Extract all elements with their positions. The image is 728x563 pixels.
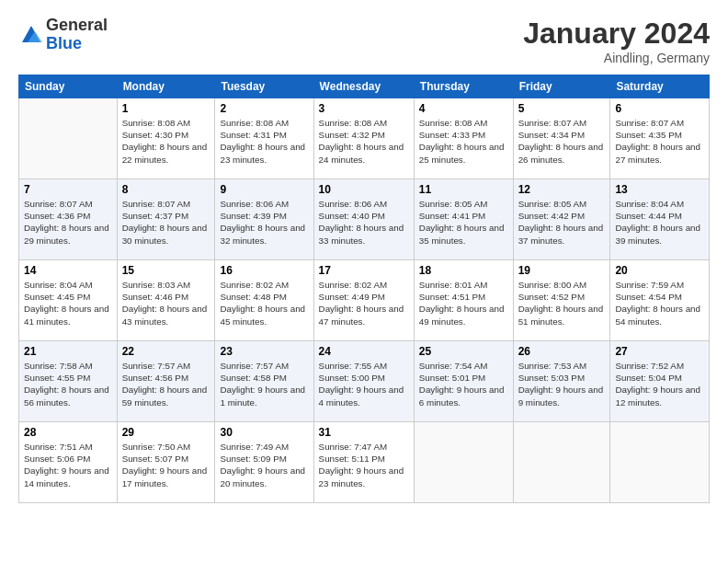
calendar-cell: 31Sunrise: 7:47 AM Sunset: 5:11 PM Dayli… xyxy=(313,422,414,503)
calendar-week-2: 7Sunrise: 8:07 AM Sunset: 4:36 PM Daylig… xyxy=(19,179,710,260)
day-number: 30 xyxy=(220,426,308,439)
day-info: Sunrise: 7:55 AM Sunset: 5:00 PM Dayligh… xyxy=(319,360,409,408)
day-number: 8 xyxy=(122,183,210,196)
day-number: 15 xyxy=(122,264,210,277)
calendar-week-3: 14Sunrise: 8:04 AM Sunset: 4:45 PM Dayli… xyxy=(19,260,710,341)
day-number: 29 xyxy=(122,426,210,439)
calendar-cell: 26Sunrise: 7:53 AM Sunset: 5:03 PM Dayli… xyxy=(513,341,610,422)
day-number: 20 xyxy=(615,264,704,277)
logo-blue: Blue xyxy=(46,34,82,52)
day-number: 14 xyxy=(24,264,112,277)
day-number: 2 xyxy=(220,102,308,115)
calendar-cell: 18Sunrise: 8:01 AM Sunset: 4:51 PM Dayli… xyxy=(414,260,513,341)
day-info: Sunrise: 8:02 AM Sunset: 4:49 PM Dayligh… xyxy=(319,279,409,327)
calendar-cell: 29Sunrise: 7:50 AM Sunset: 5:07 PM Dayli… xyxy=(117,422,215,503)
day-info: Sunrise: 7:49 AM Sunset: 5:09 PM Dayligh… xyxy=(220,441,308,489)
day-info: Sunrise: 8:06 AM Sunset: 4:40 PM Dayligh… xyxy=(319,198,409,247)
day-info: Sunrise: 7:54 AM Sunset: 5:01 PM Dayligh… xyxy=(419,360,508,408)
logo: General Blue xyxy=(18,17,108,53)
day-info: Sunrise: 7:51 AM Sunset: 5:06 PM Dayligh… xyxy=(24,441,112,489)
calendar-cell: 22Sunrise: 7:57 AM Sunset: 4:56 PM Dayli… xyxy=(117,341,215,422)
day-number: 17 xyxy=(319,264,409,277)
calendar-cell: 28Sunrise: 7:51 AM Sunset: 5:06 PM Dayli… xyxy=(19,422,118,503)
day-info: Sunrise: 8:00 AM Sunset: 4:52 PM Dayligh… xyxy=(518,279,606,327)
calendar-cell: 30Sunrise: 7:49 AM Sunset: 5:09 PM Dayli… xyxy=(215,422,313,503)
day-number: 11 xyxy=(419,183,508,196)
title-block: January 2024 Aindling, Germany xyxy=(523,17,710,65)
day-info: Sunrise: 8:01 AM Sunset: 4:51 PM Dayligh… xyxy=(419,279,508,327)
day-info: Sunrise: 8:07 AM Sunset: 4:34 PM Dayligh… xyxy=(518,117,606,166)
calendar-cell: 25Sunrise: 7:54 AM Sunset: 5:01 PM Dayli… xyxy=(414,341,513,422)
calendar-week-5: 28Sunrise: 7:51 AM Sunset: 5:06 PM Dayli… xyxy=(19,422,710,503)
day-info: Sunrise: 8:04 AM Sunset: 4:44 PM Dayligh… xyxy=(615,198,704,247)
calendar-cell: 17Sunrise: 8:02 AM Sunset: 4:49 PM Dayli… xyxy=(313,260,414,341)
calendar-cell: 14Sunrise: 8:04 AM Sunset: 4:45 PM Dayli… xyxy=(19,260,118,341)
day-number: 23 xyxy=(220,345,308,358)
day-number: 28 xyxy=(24,426,112,439)
day-info: Sunrise: 7:57 AM Sunset: 4:56 PM Dayligh… xyxy=(122,360,210,408)
title-location: Aindling, Germany xyxy=(523,51,710,65)
title-month: January 2024 xyxy=(523,17,710,51)
logo-text: General Blue xyxy=(46,17,108,53)
calendar-cell: 2Sunrise: 8:08 AM Sunset: 4:31 PM Daylig… xyxy=(215,98,313,179)
calendar-cell: 4Sunrise: 8:08 AM Sunset: 4:33 PM Daylig… xyxy=(414,98,513,179)
col-saturday: Saturday xyxy=(610,75,710,98)
col-thursday: Thursday xyxy=(414,75,513,98)
col-wednesday: Wednesday xyxy=(313,75,414,98)
calendar-cell: 12Sunrise: 8:05 AM Sunset: 4:42 PM Dayli… xyxy=(513,179,610,260)
day-number: 19 xyxy=(518,264,606,277)
header: General Blue January 2024 Aindling, Germ… xyxy=(18,17,710,65)
col-friday: Friday xyxy=(513,75,610,98)
calendar-cell xyxy=(19,98,118,179)
day-info: Sunrise: 8:08 AM Sunset: 4:31 PM Dayligh… xyxy=(220,117,308,166)
day-info: Sunrise: 8:07 AM Sunset: 4:35 PM Dayligh… xyxy=(615,117,704,166)
calendar-week-1: 1Sunrise: 8:08 AM Sunset: 4:30 PM Daylig… xyxy=(19,98,710,179)
day-number: 21 xyxy=(24,345,112,358)
calendar-cell: 11Sunrise: 8:05 AM Sunset: 4:41 PM Dayli… xyxy=(414,179,513,260)
calendar-header-row: Sunday Monday Tuesday Wednesday Thursday… xyxy=(19,75,710,98)
logo-icon xyxy=(18,22,44,48)
calendar-cell: 10Sunrise: 8:06 AM Sunset: 4:40 PM Dayli… xyxy=(313,179,414,260)
day-number: 9 xyxy=(220,183,308,196)
day-info: Sunrise: 8:07 AM Sunset: 4:36 PM Dayligh… xyxy=(24,198,112,247)
day-number: 31 xyxy=(319,426,409,439)
day-info: Sunrise: 8:08 AM Sunset: 4:32 PM Dayligh… xyxy=(319,117,409,166)
day-info: Sunrise: 7:57 AM Sunset: 4:58 PM Dayligh… xyxy=(220,360,308,408)
day-number: 16 xyxy=(220,264,308,277)
day-info: Sunrise: 8:08 AM Sunset: 4:33 PM Dayligh… xyxy=(419,117,508,166)
day-info: Sunrise: 7:52 AM Sunset: 5:04 PM Dayligh… xyxy=(615,360,704,408)
calendar-cell: 7Sunrise: 8:07 AM Sunset: 4:36 PM Daylig… xyxy=(19,179,118,260)
calendar-cell: 21Sunrise: 7:58 AM Sunset: 4:55 PM Dayli… xyxy=(19,341,118,422)
day-number: 25 xyxy=(419,345,508,358)
calendar-week-4: 21Sunrise: 7:58 AM Sunset: 4:55 PM Dayli… xyxy=(19,341,710,422)
calendar-cell xyxy=(513,422,610,503)
calendar-table: Sunday Monday Tuesday Wednesday Thursday… xyxy=(18,75,710,503)
calendar-cell: 8Sunrise: 8:07 AM Sunset: 4:37 PM Daylig… xyxy=(117,179,215,260)
day-number: 12 xyxy=(518,183,606,196)
day-info: Sunrise: 8:08 AM Sunset: 4:30 PM Dayligh… xyxy=(122,117,210,166)
day-number: 1 xyxy=(122,102,210,115)
calendar-cell: 9Sunrise: 8:06 AM Sunset: 4:39 PM Daylig… xyxy=(215,179,313,260)
day-number: 5 xyxy=(518,102,606,115)
day-number: 3 xyxy=(319,102,409,115)
calendar-cell: 5Sunrise: 8:07 AM Sunset: 4:34 PM Daylig… xyxy=(513,98,610,179)
col-tuesday: Tuesday xyxy=(215,75,313,98)
day-number: 22 xyxy=(122,345,210,358)
day-number: 6 xyxy=(615,102,704,115)
day-number: 24 xyxy=(319,345,409,358)
calendar-cell: 27Sunrise: 7:52 AM Sunset: 5:04 PM Dayli… xyxy=(610,341,710,422)
calendar-cell: 16Sunrise: 8:02 AM Sunset: 4:48 PM Dayli… xyxy=(215,260,313,341)
calendar-cell: 15Sunrise: 8:03 AM Sunset: 4:46 PM Dayli… xyxy=(117,260,215,341)
calendar-cell xyxy=(610,422,710,503)
day-info: Sunrise: 8:06 AM Sunset: 4:39 PM Dayligh… xyxy=(220,198,308,247)
day-number: 7 xyxy=(24,183,112,196)
day-info: Sunrise: 8:07 AM Sunset: 4:37 PM Dayligh… xyxy=(122,198,210,247)
day-number: 26 xyxy=(518,345,606,358)
calendar-cell: 19Sunrise: 8:00 AM Sunset: 4:52 PM Dayli… xyxy=(513,260,610,341)
col-monday: Monday xyxy=(117,75,215,98)
calendar-cell xyxy=(414,422,513,503)
calendar-cell: 1Sunrise: 8:08 AM Sunset: 4:30 PM Daylig… xyxy=(117,98,215,179)
day-number: 27 xyxy=(615,345,704,358)
calendar-cell: 20Sunrise: 7:59 AM Sunset: 4:54 PM Dayli… xyxy=(610,260,710,341)
day-number: 10 xyxy=(319,183,409,196)
